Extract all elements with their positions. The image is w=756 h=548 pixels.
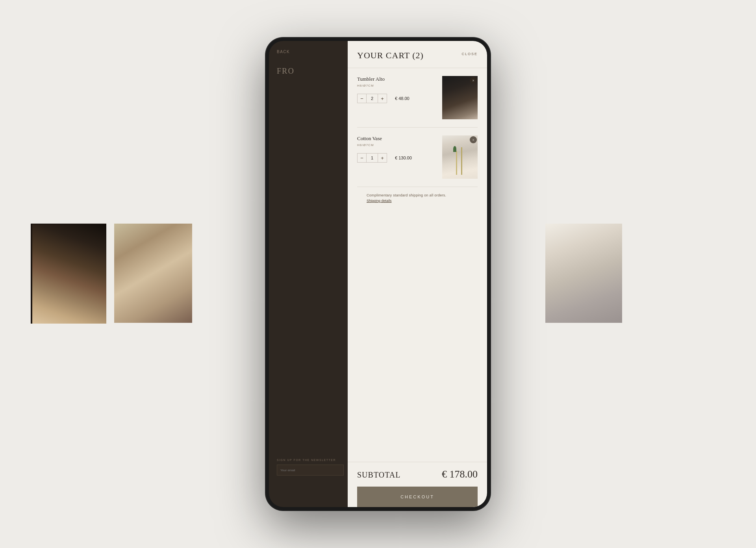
item-price: € 48.00 [395, 96, 410, 101]
cart-item-info: Cotton Vase H8/Ø7CM − 1 + € 130.00 [357, 135, 442, 179]
close-button[interactable]: CLOSE [461, 52, 478, 56]
newsletter-label: SIGN UP FOR THE NEWSLETTER [277, 459, 344, 461]
subtotal-row: SUBTOTAL € 178.00 [357, 468, 478, 480]
cart-item: Cotton Vase H8/Ø7CM − 1 + € 130.00 × [357, 128, 478, 187]
cart-items-list: Tumbler Alto H8/Ø7CM − 2 + € 48.00 × [348, 68, 487, 462]
quantity-value: 1 [367, 153, 378, 163]
cart-item-info: Tumbler Alto H8/Ø7CM − 2 + € 48.00 [357, 76, 442, 119]
vase-decoration [461, 147, 462, 175]
cart-footer: SUBTOTAL € 178.00 CHECKOUT [348, 462, 487, 507]
decrease-quantity-button[interactable]: − [357, 94, 367, 103]
newsletter-section: SIGN UP FOR THE NEWSLETTER [277, 459, 344, 476]
shipping-text: Complimentary standard shipping on all o… [367, 193, 468, 197]
newsletter-input[interactable] [277, 465, 344, 476]
gallery-panel-ceramic [545, 224, 622, 323]
cart-title: YOUR CART (2) [357, 50, 424, 61]
device-screen: BACK FRO SIGN UP FOR THE NEWSLETTER YOUR… [269, 41, 487, 507]
subtotal-label: SUBTOTAL [357, 470, 400, 480]
cart-header: YOUR CART (2) CLOSE [348, 41, 487, 68]
screen-left-panel: BACK FRO SIGN UP FOR THE NEWSLETTER [269, 41, 348, 507]
item-dimensions: H8/Ø7CM [357, 143, 437, 147]
gallery-panel-almonds [114, 224, 192, 323]
vase-decoration [456, 151, 457, 175]
left-panel-title: FRO [277, 67, 295, 76]
item-price: € 130.00 [395, 156, 412, 160]
shipping-details-link[interactable]: Shipping details [367, 199, 468, 203]
remove-item-button[interactable]: × [470, 136, 477, 143]
checkout-button[interactable]: CHECKOUT [357, 487, 478, 507]
back-button[interactable]: BACK [277, 50, 290, 54]
gallery-panel-bowl-apple [32, 224, 106, 324]
cart-item: Tumbler Alto H8/Ø7CM − 2 + € 48.00 × [357, 68, 478, 128]
decrease-quantity-button[interactable]: − [357, 153, 367, 163]
shipping-info: Complimentary standard shipping on all o… [357, 187, 478, 209]
item-quantity-controls: − 2 + € 48.00 [357, 94, 437, 103]
item-dimensions: H8/Ø7CM [357, 84, 437, 87]
cart-panel: YOUR CART (2) CLOSE Tumbler Alto H8/Ø7CM… [348, 41, 487, 507]
item-name: Cotton Vase [357, 135, 437, 142]
item-name: Tumbler Alto [357, 76, 437, 82]
remove-item-button[interactable]: × [470, 77, 477, 84]
increase-quantity-button[interactable]: + [378, 94, 387, 103]
vase-decoration [453, 146, 456, 152]
item-image: × [442, 135, 478, 179]
subtotal-amount: € 178.00 [442, 468, 478, 480]
item-image: × [442, 76, 478, 119]
increase-quantity-button[interactable]: + [378, 153, 387, 163]
quantity-value: 2 [367, 94, 378, 103]
item-quantity-controls: − 1 + € 130.00 [357, 153, 437, 163]
device-frame: BACK FRO SIGN UP FOR THE NEWSLETTER YOUR… [266, 38, 490, 510]
